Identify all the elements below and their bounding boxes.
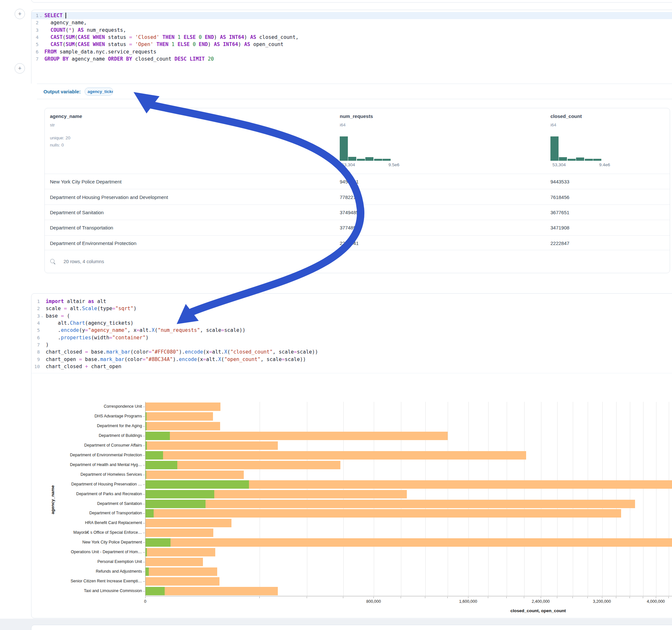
y-axis-label: Department of Parks and Recreation [47, 492, 142, 496]
sql-cell[interactable]: 1⌄SELECT 2 agency_name,3 COUNT(*) AS num… [31, 10, 672, 83]
code-line[interactable]: 3⌄base = ( [31, 312, 672, 319]
open_count-bar [146, 422, 146, 430]
line-number: 8 [31, 349, 40, 355]
output-variable-bar: Output variable: agency_tickets [37, 83, 672, 99]
fold-chevron-icon[interactable]: ⌄ [39, 14, 43, 18]
python-editor[interactable]: 1import altair as alt2scale = alt.Scale(… [31, 298, 672, 370]
line-number: 3 [31, 28, 39, 33]
closed_count-bar [146, 567, 217, 576]
x-axis-label: 2,400,000 [532, 599, 550, 604]
column-header[interactable]: closed_count [550, 114, 582, 119]
line-number: 1 [31, 13, 39, 18]
closed_count-bar [146, 412, 213, 421]
code-text: .properties(width="container") [44, 335, 148, 341]
y-axis-label: Department of Consumer Affairs [47, 443, 142, 447]
y-axis-label: Mayorâ€ s Office of Special Enforce… [47, 530, 142, 535]
add-cell-button[interactable]: + [15, 9, 25, 19]
closed_count-bar [146, 422, 220, 430]
closed_count-bar [146, 558, 203, 566]
code-text: import altair as alt [44, 298, 106, 304]
output-variable-pill[interactable]: agency_tickets [85, 88, 113, 96]
y-axis-label: Department of Homeless Services [47, 472, 142, 477]
add-cell-button[interactable]: + [15, 63, 25, 74]
code-line[interactable]: 2 agency_name, [31, 19, 672, 26]
open_count-bar [146, 538, 170, 547]
search-icon[interactable] [50, 259, 56, 264]
code-line[interactable]: 3 COUNT(*) AS num_requests, [31, 27, 672, 34]
code-line[interactable]: 2scale = alt.Scale(type="sqrt") [31, 305, 672, 312]
y-axis-label: HRA Benefit Card Replacement [47, 520, 142, 525]
code-line[interactable]: 7GROUP BY agency_name ORDER BY closed_co… [31, 55, 672, 63]
y-axis-title: agency_name [50, 485, 55, 514]
plus-icon: + [18, 65, 21, 72]
table-cell: 9453131 [340, 179, 359, 185]
table-cell: 7782211 [340, 194, 358, 200]
open_count-bar [146, 461, 177, 469]
table-cell: Department of Environmental Protection [50, 240, 137, 246]
sql-editor[interactable]: 1⌄SELECT 2 agency_name,3 COUNT(*) AS num… [31, 12, 672, 63]
closed_count-bar [146, 432, 448, 440]
column-histogram [550, 137, 601, 161]
histogram-range-labels: 53,3049.5e6 [342, 162, 399, 167]
y-axis-label: Operations Unit - Department of Hom… [47, 550, 142, 554]
column-type: str [50, 122, 55, 127]
y-axis-label: Refunds and Adjustments [47, 569, 142, 574]
table-cell: 3677651 [550, 209, 569, 215]
code-line[interactable]: 7) [31, 341, 672, 348]
y-axis-label: New York City Police Department [47, 540, 142, 544]
code-line[interactable]: 9chart_open = base.mark_bar(color="#8BC3… [31, 356, 672, 363]
table-row[interactable]: Department of Environmental Protection22… [45, 235, 670, 250]
code-text: CAST(SUM(CASE WHEN status = 'Open' THEN … [43, 42, 283, 47]
closed_count-bar [146, 548, 215, 556]
open_count-bar [146, 587, 165, 595]
code-line[interactable]: 1⌄SELECT [31, 12, 672, 19]
code-text: chart_closed + chart_open [44, 364, 121, 369]
column-header[interactable]: num_requests [340, 114, 373, 119]
open_count-bar [146, 509, 154, 517]
closed_count-bar [146, 529, 213, 537]
x-axis-label: 800,000 [366, 599, 381, 604]
y-axis-label: Department of Buildings [47, 433, 142, 438]
code-line[interactable]: 6FROM sample_data.nyc.service_requests [31, 48, 672, 55]
y-axis-label: Department of Environmental Protection [47, 453, 142, 457]
y-axis-label: Department of Health and Mental Hyg… [47, 462, 142, 467]
y-axis-label: Department of Housing Preservation … [47, 482, 142, 486]
y-axis-label: Department for the Aging [47, 423, 142, 428]
table-row[interactable]: Department of Housing Preservation and D… [45, 189, 670, 204]
table-cell: Department of Transportation [50, 225, 113, 231]
table-cell: 2240041 [340, 240, 359, 246]
code-line[interactable]: 5 CAST(SUM(CASE WHEN status = 'Open' THE… [31, 41, 672, 48]
table-cell: 2222847 [550, 240, 569, 246]
table-cell: 3774892 [340, 225, 359, 231]
open_count-bar [146, 480, 249, 489]
table-row-count: 20 rows, 4 columns [64, 259, 104, 264]
code-text: scale = alt.Scale(type="sqrt") [44, 306, 137, 311]
y-axis-label: Department of Transportation [47, 511, 142, 515]
y-axis-label: Senior Citizen Rent Increase Exempti… [47, 579, 142, 583]
open_count-bar [146, 412, 146, 421]
closed_count-bar [146, 500, 635, 508]
code-line[interactable]: 5 .encode(y="agency_name", x=alt.X("num_… [31, 327, 672, 334]
table-cell: Department of Sanitation [50, 209, 104, 215]
fold-chevron-icon[interactable]: ⌄ [40, 314, 44, 318]
code-text: SELECT [43, 13, 66, 19]
plus-icon: + [18, 10, 21, 18]
code-line[interactable]: 4 CAST(SUM(CASE WHEN status = 'Closed' T… [31, 34, 672, 41]
y-axis-label: DHS Advantage Programs [47, 414, 142, 418]
code-line[interactable]: 1import altair as alt [31, 298, 672, 305]
column-header[interactable]: agency_name [50, 114, 82, 119]
table-row[interactable]: Department of Transportation377489234719… [45, 220, 670, 235]
closed_count-bar [146, 470, 244, 479]
table-row[interactable]: Department of Sanitation37494853677651 [45, 204, 670, 220]
x-axis-label: 1,600,000 [459, 599, 477, 604]
line-number: 5 [31, 328, 40, 333]
code-line[interactable]: 8chart_closed = base.mark_bar(color="#FF… [31, 348, 672, 356]
table-row[interactable]: New York City Police Department945313194… [45, 174, 670, 189]
open_count-bar [146, 500, 206, 508]
code-text: .encode(y="agency_name", x=alt.X("num_re… [44, 327, 245, 333]
code-line[interactable]: 4 alt.Chart(agency_tickets) [31, 319, 672, 327]
code-line[interactable]: 6 .properties(width="container") [31, 334, 672, 341]
closed_count-bar [146, 519, 232, 527]
code-line[interactable]: 10chart_closed + chart_open [31, 363, 672, 370]
line-number: 9 [31, 357, 40, 362]
